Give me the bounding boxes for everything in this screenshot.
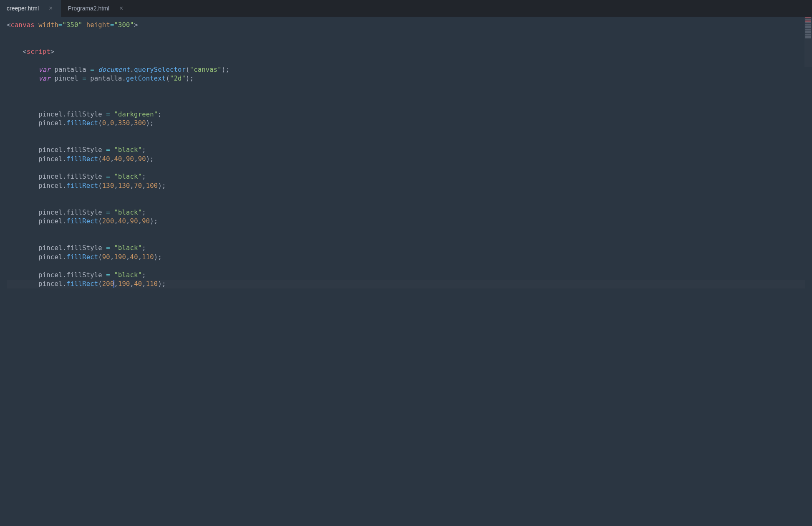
token-method: fillRect	[66, 119, 98, 127]
token-operator: =	[82, 75, 86, 82]
close-icon[interactable]: ×	[47, 5, 54, 12]
code-line[interactable]	[7, 164, 805, 172]
code-line[interactable]: pincel.fillRect(200,40,90,90);	[7, 217, 805, 226]
token-string: "black"	[114, 173, 142, 180]
code-line[interactable]: pincel.fillStyle = "black";	[7, 146, 805, 154]
token-punct	[94, 66, 98, 73]
code-line[interactable]: pincel.fillRect(130,130,70,100);	[7, 182, 805, 190]
code-line[interactable]: <canvas width="350" height="300">	[7, 21, 805, 30]
token-string: "black"	[114, 209, 142, 216]
code-line[interactable]: pincel.fillStyle = "black";	[7, 172, 805, 181]
token-variable: fillStyle	[66, 244, 102, 252]
tab-label: Programa2.html	[68, 5, 109, 12]
token-number: 130	[118, 182, 130, 190]
code-line[interactable]	[7, 190, 805, 199]
token-method: fillRect	[66, 182, 98, 190]
code-line[interactable]	[7, 39, 805, 48]
token-paren: )	[146, 155, 150, 163]
code-line[interactable]: var pincel = pantalla.getContext("2d");	[7, 74, 805, 83]
minimap-line	[805, 29, 811, 30]
token-number: 40	[130, 253, 138, 261]
code-line[interactable]: pincel.fillRect(200,190,40,110);	[7, 280, 805, 288]
token-dot: .	[62, 253, 66, 261]
code-line[interactable]: <script>	[7, 48, 805, 56]
token-punct: ,	[106, 119, 110, 127]
minimap-line	[805, 27, 811, 28]
tab-Programa2-html[interactable]: Programa2.html×	[61, 0, 131, 17]
code-line[interactable]: pincel.fillStyle = "black";	[7, 244, 805, 253]
token-string: "black"	[114, 146, 142, 154]
token-number: 130	[102, 182, 114, 190]
token-number: 300	[134, 119, 146, 127]
token-variable: pantalla	[54, 66, 86, 73]
code-line[interactable]: pincel.fillStyle = "black";	[7, 208, 805, 217]
token-operator: =	[106, 146, 110, 154]
token-builtin: document	[98, 66, 130, 73]
minimap-line	[805, 32, 811, 33]
close-icon[interactable]: ×	[118, 5, 125, 12]
token-keyword: var	[38, 75, 50, 82]
token-punct	[102, 111, 106, 118]
token-variable: pincel	[38, 119, 62, 127]
token-dot: .	[62, 146, 66, 154]
token-dot: .	[62, 182, 66, 190]
code-line[interactable]	[7, 57, 805, 66]
token-paren: )	[158, 280, 162, 288]
token-semi: ;	[158, 111, 162, 118]
code-line[interactable]: pincel.fillRect(90,190,40,110);	[7, 253, 805, 262]
token-variable: pincel	[38, 182, 62, 190]
token-operator: =	[106, 244, 110, 252]
code-line[interactable]: pincel.fillStyle = "black";	[7, 271, 805, 280]
token-punct	[86, 75, 91, 82]
tab-creeper-html[interactable]: creeper.html×	[0, 0, 61, 17]
token-variable: fillStyle	[66, 209, 102, 216]
token-method: fillRect	[66, 280, 98, 288]
code-line[interactable]	[7, 226, 805, 235]
minimap-line	[805, 24, 811, 25]
token-punct	[86, 66, 91, 73]
token-number: 90	[130, 217, 138, 225]
token-punct	[102, 244, 106, 252]
token-punct: ,	[134, 155, 138, 163]
token-punct: ,	[114, 119, 118, 127]
code-line[interactable]	[7, 101, 805, 110]
token-paren: )	[154, 253, 158, 261]
token-punct	[102, 173, 106, 180]
token-variable: pincel	[38, 244, 62, 252]
code-line[interactable]: pincel.fillRect(40,40,90,90);	[7, 155, 805, 164]
token-punct	[50, 75, 55, 82]
token-paren: (	[98, 119, 102, 127]
token-attr-name: width	[38, 21, 58, 29]
token-operator: =	[90, 66, 94, 73]
code-line[interactable]	[7, 262, 805, 271]
code-line[interactable]	[7, 137, 805, 146]
tab-bar: creeper.html×Programa2.html×	[0, 0, 812, 17]
token-number: 200	[102, 217, 114, 225]
token-variable: pincel	[54, 75, 78, 82]
code-line[interactable]	[7, 30, 805, 38]
token-string: "black"	[114, 271, 142, 279]
token-tag-name: canvas	[11, 21, 35, 29]
token-punct	[102, 271, 106, 279]
code-line[interactable]: var pantalla = document.querySelector("c…	[7, 66, 805, 74]
token-semi: ;	[142, 271, 146, 279]
token-dot: .	[62, 217, 66, 225]
token-dot: .	[62, 111, 66, 118]
code-line[interactable]	[7, 200, 805, 208]
token-dot: .	[130, 66, 134, 73]
minimap[interactable]	[804, 17, 812, 67]
code-line[interactable]	[7, 128, 805, 137]
token-operator: =	[106, 209, 110, 216]
token-punct	[102, 146, 106, 154]
token-dot: .	[62, 173, 66, 180]
token-variable: pincel	[38, 155, 62, 163]
token-punct: ,	[130, 182, 134, 190]
code-line[interactable]: pincel.fillRect(0,0,350,300);	[7, 119, 805, 128]
token-variable: pincel	[38, 146, 62, 154]
code-line[interactable]	[7, 92, 805, 101]
code-line[interactable]	[7, 83, 805, 92]
token-punct	[50, 66, 55, 73]
code-line[interactable]: pincel.fillStyle = "darkgreen";	[7, 110, 805, 119]
code-editor[interactable]: <canvas width="350" height="300"> <scrip…	[0, 17, 812, 293]
code-line[interactable]	[7, 235, 805, 244]
